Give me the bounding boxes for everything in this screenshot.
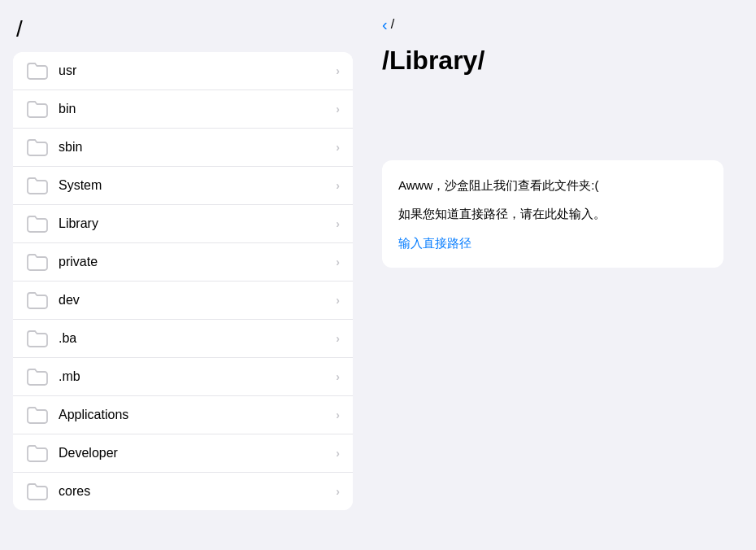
folder-name: System	[59, 178, 336, 193]
folder-name: .ba	[59, 331, 336, 346]
list-item[interactable]: System›	[13, 167, 353, 205]
list-item[interactable]: sbin›	[13, 129, 353, 167]
folder-icon	[26, 62, 49, 80]
page-title: /Library/	[382, 46, 740, 76]
chevron-right-icon: ›	[336, 332, 340, 345]
left-panel: / usr›bin›sbin›System›Library›private›de…	[0, 0, 366, 550]
list-item[interactable]: .ba›	[13, 320, 353, 358]
folder-icon	[26, 330, 49, 347]
list-item[interactable]: dev›	[13, 282, 353, 320]
folder-name: private	[59, 255, 336, 269]
list-item[interactable]: Developer›	[13, 434, 353, 473]
root-label: /	[13, 16, 353, 42]
folder-icon	[26, 253, 49, 271]
chevron-right-icon: ›	[336, 64, 340, 77]
folder-name: usr	[59, 63, 336, 78]
right-panel: ‹ / /Library/ Awww，沙盒阻止我们查看此文件夹:( 如果您知道直…	[366, 0, 756, 550]
chevron-right-icon: ›	[336, 294, 340, 307]
chevron-right-icon: ›	[336, 217, 340, 230]
folder-icon	[26, 177, 49, 194]
sandbox-message: Awww，沙盒阻止我们查看此文件夹:(	[398, 177, 707, 195]
folder-name: dev	[59, 293, 336, 308]
chevron-right-icon: ›	[336, 408, 340, 421]
folder-icon	[26, 100, 49, 118]
folder-icon	[26, 368, 49, 386]
sandbox-card: Awww，沙盒阻止我们查看此文件夹:( 如果您知道直接路径，请在此处输入。 输入…	[382, 160, 723, 268]
chevron-right-icon: ›	[336, 447, 340, 460]
folder-name: bin	[59, 102, 336, 116]
folder-icon	[26, 444, 49, 462]
list-item[interactable]: Library›	[13, 205, 353, 243]
direct-path-link[interactable]: 输入直接路径	[398, 236, 471, 250]
sandbox-hint: 如果您知道直接路径，请在此处输入。	[398, 205, 707, 224]
list-item[interactable]: .mb›	[13, 358, 353, 396]
folder-icon	[26, 138, 49, 156]
chevron-right-icon: ›	[336, 141, 340, 154]
chevron-right-icon: ›	[336, 485, 340, 498]
breadcrumb-separator: /	[391, 17, 394, 32]
folder-icon	[26, 482, 49, 500]
folder-name: .mb	[59, 369, 336, 384]
folder-icon	[26, 406, 49, 424]
chevron-right-icon: ›	[336, 255, 340, 268]
folder-icon	[26, 291, 49, 309]
breadcrumb: ‹ /	[382, 16, 740, 33]
folder-name: cores	[59, 484, 336, 499]
list-item[interactable]: private›	[13, 243, 353, 282]
folder-name: Applications	[59, 408, 336, 422]
folder-name: Library	[59, 216, 336, 231]
folder-name: Developer	[59, 446, 336, 461]
chevron-right-icon: ›	[336, 370, 340, 383]
list-item[interactable]: bin›	[13, 90, 353, 129]
list-item[interactable]: Applications›	[13, 396, 353, 434]
list-item[interactable]: usr›	[13, 52, 353, 90]
folder-list: usr›bin›sbin›System›Library›private›dev›…	[13, 52, 353, 510]
back-chevron-icon[interactable]: ‹	[382, 16, 388, 33]
chevron-right-icon: ›	[336, 103, 340, 116]
chevron-right-icon: ›	[336, 179, 340, 192]
folder-name: sbin	[59, 140, 336, 155]
folder-icon	[26, 215, 49, 233]
list-item[interactable]: cores›	[13, 473, 353, 510]
